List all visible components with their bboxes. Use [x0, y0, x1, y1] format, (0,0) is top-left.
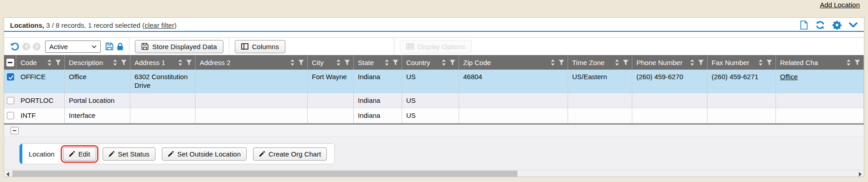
column-label: Country: [406, 59, 430, 66]
select-all-checkbox[interactable]: [6, 59, 14, 66]
display-options-icon: [406, 43, 414, 50]
cell-country: US: [402, 108, 459, 123]
clear-filter-link[interactable]: clear filter: [145, 21, 174, 29]
sort-icon[interactable]: [47, 59, 52, 66]
filter-icon[interactable]: [55, 60, 61, 66]
column-label: Fax Number: [712, 59, 749, 66]
filter-icon[interactable]: [450, 60, 455, 66]
column-header-city[interactable]: City: [308, 55, 354, 70]
column-header-country[interactable]: Country: [402, 55, 459, 70]
status-filter-select[interactable]: Active: [45, 40, 101, 53]
row-checkbox-cell: [4, 108, 16, 123]
sort-icon[interactable]: [441, 59, 446, 66]
undo-icon[interactable]: [10, 42, 20, 51]
sort-icon[interactable]: [758, 59, 763, 66]
action-button-edit[interactable]: Edit: [63, 147, 96, 161]
locations-grid: CodeDescriptionAddress 1Address 2CitySta…: [4, 55, 864, 125]
cell-related-cha: [776, 108, 864, 123]
action-button-label: Set Outside Location: [177, 150, 241, 158]
grid-row-office[interactable]: OFFICEOffice6302 Constitution DriveFort …: [4, 70, 864, 93]
column-label: Zip Code: [463, 59, 491, 66]
locations-panel: Locations, 3 / 8 records, 1 record selec…: [4, 17, 864, 177]
column-header-code[interactable]: Code: [16, 55, 65, 70]
store-displayed-data-button[interactable]: Store Displayed Data: [135, 40, 223, 53]
chevron-down-icon[interactable]: [849, 22, 858, 28]
cell-city: [308, 108, 354, 123]
scroll-thumb[interactable]: [12, 171, 517, 177]
sort-icon[interactable]: [113, 59, 118, 66]
refresh-icon[interactable]: [815, 20, 825, 30]
filter-icon[interactable]: [698, 60, 704, 66]
cell-state: Indiana: [354, 70, 402, 93]
filter-icon[interactable]: [121, 60, 127, 66]
row-checkbox[interactable]: [7, 112, 14, 119]
grid-row-intf[interactable]: INTFInterfaceIndianaUS: [4, 108, 864, 123]
prev-page-icon[interactable]: [22, 43, 30, 51]
new-record-icon[interactable]: [800, 20, 808, 30]
grid-row-portloc[interactable]: PORTLOCPortal LocationIndianaUS: [4, 93, 864, 108]
gear-icon[interactable]: [832, 20, 842, 30]
sort-icon[interactable]: [550, 59, 555, 66]
accent-bar: [20, 144, 22, 164]
columns-button[interactable]: Columns: [235, 40, 285, 53]
filter-icon[interactable]: [854, 60, 860, 66]
action-button-set-outside-location[interactable]: Set Outside Location: [162, 147, 247, 161]
action-button-label: Edit: [78, 150, 90, 158]
filter-icon[interactable]: [186, 60, 192, 66]
column-label: Phone Number: [636, 59, 682, 66]
cell-description: Office: [65, 70, 130, 93]
collapse-toggle-button[interactable]: [10, 127, 19, 134]
column-label: State: [358, 59, 374, 66]
sort-icon[interactable]: [178, 59, 183, 66]
lock-icon[interactable]: [117, 43, 124, 51]
filter-icon[interactable]: [344, 60, 350, 66]
add-location-link[interactable]: Add Location: [820, 1, 860, 9]
cell-address-1: [130, 93, 196, 108]
action-band: Location EditSet StatusSet Outside Locat…: [4, 137, 864, 170]
filter-icon[interactable]: [298, 60, 304, 66]
action-button-label: Create Org Chart: [269, 150, 321, 158]
action-buttons: EditSet StatusSet Outside LocationCreate…: [63, 147, 327, 161]
filter-icon[interactable]: [393, 60, 398, 66]
scroll-left-arrow[interactable]: [6, 172, 9, 177]
next-page-icon[interactable]: [33, 43, 41, 51]
cell-city: Fort Wayne: [308, 70, 354, 93]
cell-phone-number: [632, 108, 708, 123]
cell-code: INTF: [16, 108, 65, 123]
sort-icon[interactable]: [615, 59, 620, 66]
action-button-create-org-chart[interactable]: Create Org Chart: [253, 147, 327, 161]
save-view-icon[interactable]: [105, 42, 114, 51]
column-header-address-1[interactable]: Address 1: [130, 55, 196, 70]
column-header-zip-code[interactable]: Zip Code: [459, 55, 568, 70]
sort-icon[interactable]: [290, 59, 295, 66]
column-header-address-2[interactable]: Address 2: [196, 55, 308, 70]
record-count-suffix: ): [174, 21, 176, 29]
column-header-fax-number[interactable]: Fax Number: [708, 55, 776, 70]
cell-country: US: [402, 70, 459, 93]
cell-address-1: 6302 Constitution Drive: [130, 70, 196, 93]
column-header-state[interactable]: State: [354, 55, 402, 70]
cell-time-zone: [568, 108, 632, 123]
column-header-time-zone[interactable]: Time Zone: [568, 55, 632, 70]
sort-icon[interactable]: [846, 59, 851, 66]
filter-icon[interactable]: [558, 60, 564, 66]
column-header-related-cha[interactable]: Related Cha: [776, 55, 864, 70]
scroll-right-arrow[interactable]: [859, 172, 862, 177]
sort-icon[interactable]: [384, 59, 389, 66]
record-count-text: 3 / 8 records, 1 record selected (: [44, 21, 145, 29]
sort-icon[interactable]: [336, 59, 341, 66]
horizontal-scrollbar[interactable]: [4, 170, 864, 177]
sort-icon[interactable]: [690, 59, 695, 66]
row-checkbox[interactable]: [7, 73, 14, 81]
row-checkbox[interactable]: [7, 97, 14, 104]
related-chart-link[interactable]: Office: [780, 73, 798, 81]
filter-icon[interactable]: [766, 60, 772, 66]
action-button-set-status[interactable]: Set Status: [103, 147, 155, 161]
filter-icon[interactable]: [623, 60, 629, 66]
display-options-label: Display Options: [418, 43, 465, 51]
column-header-phone-number[interactable]: Phone Number: [632, 55, 708, 70]
column-header-description[interactable]: Description: [65, 55, 130, 70]
cell-fax-number: [708, 108, 776, 123]
cell-address-2: [196, 93, 308, 108]
cell-zip-code: [459, 108, 568, 123]
